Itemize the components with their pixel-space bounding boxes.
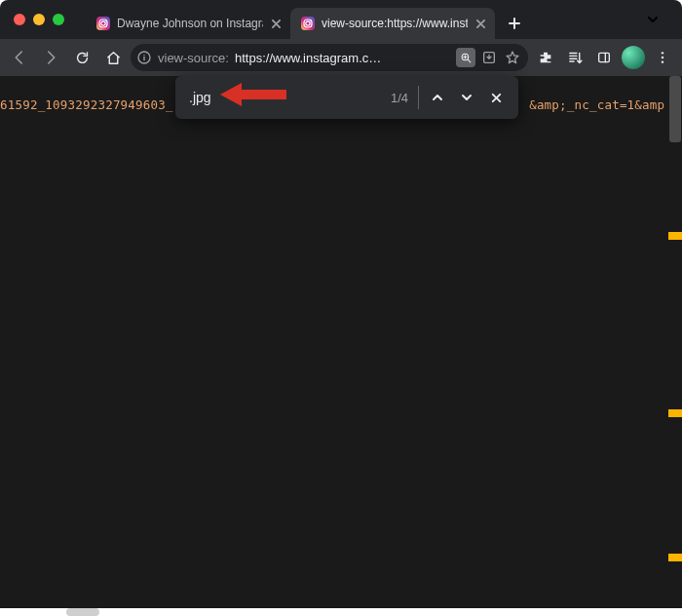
- tab-2[interactable]: view-source:https://www.insta: [290, 8, 495, 39]
- svg-point-3: [105, 19, 107, 21]
- toolbar: view-source:https://www.instagram.c…: [0, 39, 682, 76]
- separator: [418, 86, 419, 109]
- bookmark-icon[interactable]: [503, 50, 522, 65]
- tab-title: Dwayne Johnson on Instagram: [117, 17, 263, 30]
- avatar-icon: [622, 46, 645, 69]
- instagram-favicon: [300, 16, 316, 31]
- svg-point-7: [310, 19, 312, 21]
- find-bar: 1/4: [175, 76, 518, 119]
- browser-window: Dwayne Johnson on Instagram view-source:…: [0, 0, 682, 616]
- url-text: https://www.instagram.c…: [235, 51, 381, 65]
- zoom-icon[interactable]: [456, 48, 475, 67]
- tab-1[interactable]: Dwayne Johnson on Instagram: [86, 8, 290, 39]
- close-tab-icon[interactable]: [269, 17, 283, 30]
- source-fragment-left: 61592_1093292327949603_: [0, 97, 173, 112]
- svg-point-15: [662, 60, 663, 62]
- page-content: 61592_1093292327949603_ &amp;_nc_cat=1&a…: [0, 76, 682, 608]
- chevron-down-icon[interactable]: [633, 0, 672, 39]
- svg-point-13: [662, 52, 663, 54]
- close-window-icon[interactable]: [14, 14, 25, 25]
- scroll-thumb[interactable]: [669, 76, 681, 142]
- scroll-thumb[interactable]: [66, 608, 99, 616]
- svg-rect-0: [96, 17, 110, 30]
- tabs: Dwayne Johnson on Instagram view-source:…: [86, 8, 528, 39]
- reading-list-icon[interactable]: [561, 44, 588, 71]
- forward-button[interactable]: [37, 44, 64, 71]
- site-info-icon[interactable]: [136, 50, 152, 65]
- find-marker: [668, 409, 682, 417]
- maximize-window-icon[interactable]: [53, 14, 64, 25]
- find-marker: [668, 554, 682, 561]
- profile-avatar[interactable]: [620, 44, 647, 71]
- address-bar[interactable]: view-source:https://www.instagram.c…: [131, 44, 528, 71]
- svg-point-14: [662, 57, 663, 58]
- find-count: 1/4: [391, 91, 414, 105]
- url-prefix: view-source:: [158, 51, 229, 65]
- tab-title: view-source:https://www.insta: [322, 17, 468, 30]
- find-prev-button[interactable]: [423, 83, 452, 112]
- toolbar-right: [532, 44, 676, 71]
- side-panel-icon[interactable]: [590, 44, 618, 71]
- find-input[interactable]: [183, 90, 339, 105]
- horizontal-scrollbar[interactable]: [0, 608, 682, 616]
- extensions-icon[interactable]: [532, 44, 559, 71]
- source-fragment-right: &amp;_nc_cat=1&amp;c: [529, 97, 666, 112]
- back-button[interactable]: [6, 44, 33, 71]
- svg-rect-12: [599, 53, 610, 61]
- install-icon[interactable]: [479, 50, 499, 65]
- window-controls: [14, 14, 64, 25]
- tab-strip: Dwayne Johnson on Instagram view-source:…: [0, 0, 682, 39]
- reload-button[interactable]: [68, 44, 95, 71]
- instagram-favicon: [95, 16, 111, 31]
- new-tab-button[interactable]: [501, 10, 528, 37]
- vertical-scrollbar[interactable]: [668, 76, 682, 608]
- find-close-button[interactable]: [481, 83, 511, 112]
- svg-rect-4: [301, 17, 315, 30]
- close-tab-icon[interactable]: [474, 17, 487, 30]
- svg-point-9: [144, 55, 145, 56]
- find-marker: [668, 232, 682, 240]
- home-button[interactable]: [99, 44, 127, 71]
- minimize-window-icon[interactable]: [33, 14, 45, 25]
- menu-icon[interactable]: [649, 44, 676, 71]
- find-next-button[interactable]: [452, 83, 481, 112]
